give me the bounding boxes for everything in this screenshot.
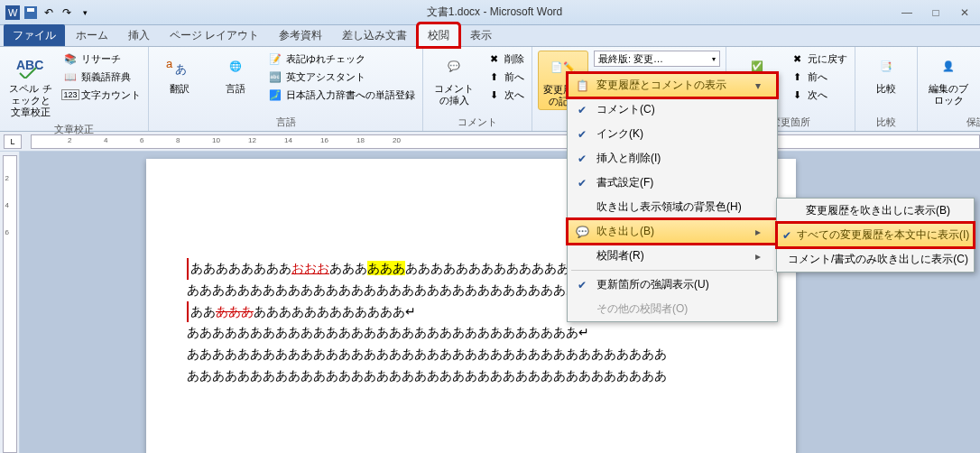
tab-view[interactable]: 表示 (461, 24, 501, 46)
tab-home[interactable]: ホーム (67, 24, 117, 46)
ribbon: ABCスペル チェックと文章校正 📚リサーチ 📖類義語辞典 123文字カウント … (0, 47, 980, 132)
ruler-h: L 2468101214161820 (0, 132, 980, 152)
ime-icon: 🗾 (268, 88, 282, 102)
new-comment-button[interactable]: 💬コメントの挿入 (429, 51, 479, 108)
menu-header[interactable]: 📋変更履歴とコメントの表示▾ (568, 73, 777, 97)
svg-text:ABC: ABC (16, 58, 43, 72)
menu-formatting[interactable]: ✔書式設定(F) (568, 171, 777, 195)
title-bar: W ↶ ↷ ▾ 文書1.docx - Microsoft Word — □ ✕ (0, 0, 980, 25)
expression-check-button[interactable]: 📝表記ゆれチェック (266, 51, 417, 67)
redo-icon[interactable]: ↷ (60, 5, 74, 20)
check-icon: ✔ (782, 229, 791, 242)
tab-review[interactable]: 校閲 (418, 23, 459, 47)
spellcheck-button[interactable]: ABCスペル チェックと文章校正 (5, 51, 56, 121)
block-authors-button[interactable]: 👤編集のブロック (923, 51, 974, 108)
ruler-v: 246 (0, 152, 20, 453)
block-icon: 👤 (934, 52, 963, 81)
save-icon[interactable] (23, 5, 38, 20)
prev-icon: ⬆ (486, 69, 501, 84)
check-icon: ✔ (573, 177, 591, 190)
translate-button[interactable]: aあ翻訳 (154, 51, 205, 97)
english-icon: 🔤 (268, 69, 282, 84)
h-ruler[interactable]: 2468101214161820 (31, 134, 980, 149)
thesaurus-button[interactable]: 📖類義語辞典 (61, 69, 143, 85)
expression-icon: 📝 (268, 51, 282, 66)
close-button[interactable]: ✕ (955, 5, 975, 20)
research-button[interactable]: 📚リサーチ (61, 51, 143, 67)
tab-references[interactable]: 参考資料 (270, 24, 331, 46)
tab-mailings[interactable]: 差し込み文書 (333, 24, 416, 46)
svg-text:W: W (8, 7, 18, 18)
display-for-review-combo[interactable]: 最終版: 変更…▾ (594, 51, 720, 67)
maximize-button[interactable]: □ (926, 5, 946, 20)
group-label-comment: コメント (429, 114, 526, 131)
compare-icon: 📑 (872, 52, 901, 81)
minimize-button[interactable]: — (897, 5, 917, 20)
svg-text:a: a (166, 57, 173, 70)
language-button[interactable]: 🌐言語 (210, 51, 261, 97)
tab-layout[interactable]: ページ レイアウト (161, 24, 268, 46)
prev-change-icon: ⬆ (790, 69, 804, 84)
balloons-submenu: 変更履歴を吹き出しに表示(B) ✔すべての変更履歴を本文中に表示(I) コメント… (776, 198, 975, 273)
ribbon-tabs: ファイル ホーム 挿入 ページ レイアウト 参考資料 差し込み文書 校閲 表示 (0, 25, 980, 47)
next-change-icon: ⬇ (790, 88, 804, 102)
submenu-show-in-balloons[interactable]: 変更履歴を吹き出しに表示(B) (777, 199, 974, 223)
next-change-button[interactable]: ⬇次へ (788, 87, 849, 103)
next-comment-button[interactable]: ⬇次へ (485, 87, 526, 103)
menu-other-reviewers: その他の校閲者(O) (568, 297, 777, 321)
markup-list-icon: 📋 (573, 79, 591, 92)
chevron-right-icon: ▸ (755, 226, 761, 238)
delete-icon: ✖ (486, 51, 501, 66)
menu-balloon-bg[interactable]: 吹き出し表示領域の背景色(H) (568, 195, 777, 219)
spellcheck-icon: ABC (16, 52, 45, 81)
doc-line: あああああああああああああああああああああああああああああああ↵ (187, 322, 742, 344)
word-icon: W (5, 5, 20, 20)
v-ruler[interactable]: 246 (3, 155, 17, 453)
qat-dropdown-icon[interactable]: ▾ (78, 5, 92, 20)
prev-comment-button[interactable]: ⬆前へ (485, 69, 526, 85)
doc-line: ああああああああああああああああああああああああああああああああああああああ (187, 344, 742, 365)
menu-insertions-deletions[interactable]: ✔挿入と削除(I) (568, 146, 777, 171)
group-label-language: 言語 (154, 114, 417, 131)
tab-file[interactable]: ファイル (4, 24, 65, 46)
undo-icon[interactable]: ↶ (42, 5, 56, 20)
prev-change-button[interactable]: ⬆前へ (788, 69, 849, 85)
comment-icon: 💬 (439, 52, 468, 81)
check-icon: ✔ (573, 128, 591, 141)
svg-text:あ: あ (175, 62, 187, 76)
reject-icon: ✖ (790, 51, 804, 66)
wordcount-button[interactable]: 123文字カウント (61, 87, 143, 103)
menu-balloons[interactable]: 💬吹き出し(B)▸ (568, 219, 777, 244)
window-title: 文書1.docx - Microsoft Word (92, 5, 897, 20)
english-assistant-button[interactable]: 🔤英文アシスタント (266, 69, 417, 85)
doc-line: ああああああああああああああああああああああああああああああああああああああ (187, 365, 742, 387)
submenu-comments-format-only[interactable]: コメント/書式のみ吹き出しに表示(C) (777, 247, 974, 272)
book-icon: 📚 (63, 51, 78, 66)
check-icon: ✔ (573, 153, 591, 165)
next-icon: ⬇ (486, 88, 501, 102)
ruler-corner[interactable]: L (4, 134, 22, 149)
ime-register-button[interactable]: 🗾日本語入力辞書への単語登録 (266, 87, 417, 103)
compare-button[interactable]: 📑比較 (861, 51, 911, 97)
group-label-compare: 比較 (861, 114, 911, 131)
menu-reviewers[interactable]: 校閲者(R)▸ (568, 244, 777, 268)
balloon-icon: 💬 (573, 226, 591, 238)
menu-comments[interactable]: ✔コメント(C) (568, 97, 777, 122)
show-markup-menu: 📋変更履歴とコメントの表示▾ ✔コメント(C) ✔インク(K) ✔挿入と削除(I… (567, 72, 778, 322)
globe-icon: 🌐 (221, 52, 250, 81)
menu-highlight-updates[interactable]: ✔更新箇所の強調表示(U) (568, 273, 777, 297)
tab-insert[interactable]: 挿入 (119, 24, 159, 46)
submenu-show-inline[interactable]: ✔すべての変更履歴を本文中に表示(I) (777, 223, 974, 247)
thesaurus-icon: 📖 (63, 69, 78, 84)
delete-comment-button[interactable]: ✖削除 (485, 51, 526, 67)
reject-button[interactable]: ✖元に戻す (788, 51, 849, 67)
menu-ink[interactable]: ✔インク(K) (568, 122, 777, 146)
chevron-right-icon: ▸ (755, 250, 761, 263)
check-icon: ✔ (573, 104, 591, 116)
translate-icon: aあ (165, 52, 194, 81)
svg-rect-3 (27, 8, 34, 12)
wordcount-icon: 123 (63, 88, 78, 102)
group-label-protect: 保護 (923, 114, 980, 131)
check-icon: ✔ (573, 279, 591, 291)
